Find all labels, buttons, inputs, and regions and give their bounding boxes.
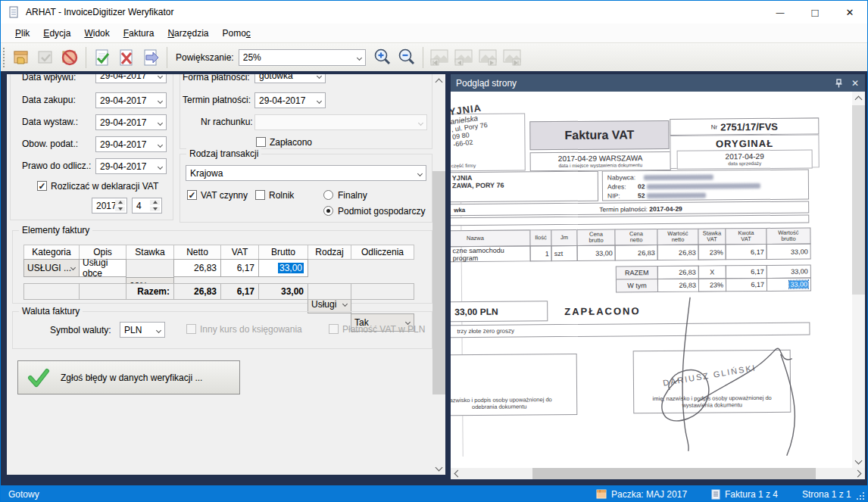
window-title: ARHAT - InvoiceDigitizer Weryfikator [26, 7, 173, 17]
invoice-scan[interactable]: YJNIA anielska , ul. Pory 76 09 80 -66-0… [451, 92, 852, 468]
item-vat-cell[interactable]: 6,17 [220, 259, 259, 277]
menu-narzedzia[interactable]: Narzędzia [161, 25, 215, 42]
podmiot-gospodarczy-radio[interactable] [323, 206, 333, 216]
scroll-up-button[interactable] [852, 92, 865, 104]
spin-up-icon[interactable] [115, 200, 125, 205]
item-brutto-cell[interactable]: 33,00 [258, 259, 308, 277]
menu-widok[interactable]: Widok [77, 25, 116, 42]
preview-hscrollbar[interactable] [451, 468, 865, 479]
scroll-right-button[interactable] [854, 468, 865, 479]
rolnik-checkbox[interactable] [255, 190, 265, 200]
reject-invoice-button[interactable] [114, 45, 139, 70]
toolbar-separator [167, 47, 167, 68]
toolbar-grip[interactable] [2, 47, 6, 68]
col-header-brutto[interactable]: Brutto [258, 245, 308, 260]
nr-rachunku-combo[interactable] [254, 114, 427, 130]
vat-czynny-checkbox[interactable]: ✓ [187, 190, 197, 200]
forward-invoice-button[interactable] [139, 45, 163, 70]
scan-wtym-vat: 6,17 [726, 278, 767, 292]
spin-down-icon[interactable] [115, 207, 125, 212]
data-wplywu-combo[interactable]: 29-04-2017 [95, 74, 167, 83]
symbol-waluty-combo[interactable]: PLN [120, 322, 165, 338]
chevron-down-icon [156, 328, 161, 333]
form-scrollbar[interactable] [432, 74, 445, 475]
zaplacono-checkbox[interactable] [256, 137, 266, 147]
empty-row-box [451, 214, 809, 226]
transaction-group-label: Rodzaj transakcji [186, 148, 261, 159]
chevron-down-icon [436, 463, 443, 471]
termin-platnosci-combo[interactable]: 29-04-2017 [254, 92, 326, 108]
preview-close-button[interactable]: ✕ [848, 76, 862, 89]
number-prefix: Nr [711, 123, 718, 130]
chevron-down-icon [158, 164, 163, 170]
vat-czynny-label: VAT czynny [201, 190, 248, 201]
scroll-up-button[interactable] [432, 74, 445, 87]
total-brutto-cell: 33,00 [258, 283, 308, 300]
seller-box: YJNIA ZAWA, PORY 76 [451, 171, 598, 203]
scroll-thumb[interactable] [532, 468, 816, 479]
rozliczac-vat-checkbox[interactable]: ✓ [37, 181, 47, 191]
pin-button[interactable] [832, 76, 845, 89]
open-package-button[interactable] [9, 45, 33, 70]
chevron-down-icon [342, 301, 348, 307]
preview-vscrollbar[interactable] [852, 92, 865, 468]
scroll-down-button[interactable] [432, 462, 445, 475]
year-spinner[interactable]: 2017 [92, 198, 127, 214]
data-wystaw-combo[interactable]: 29-04-2017 [95, 114, 167, 130]
menu-plik[interactable]: Plik [8, 25, 36, 42]
obow-podat-combo[interactable]: 29-04-2017 [95, 136, 167, 152]
data-zakupu-combo[interactable]: 29-04-2017 [95, 92, 167, 108]
scroll-thumb[interactable] [852, 105, 865, 295]
maximize-button[interactable]: □ [798, 1, 832, 23]
item-netto-cell[interactable]: 26,83 [173, 259, 221, 277]
total-empty-cell [79, 283, 126, 300]
reject-package-button[interactable] [58, 45, 82, 70]
finalny-radio[interactable] [323, 190, 333, 200]
col-header-rodzaj[interactable]: Rodzaj [308, 245, 351, 260]
forma-platnosci-combo[interactable]: gotówka [254, 74, 326, 83]
selected-value: 33,00 [278, 263, 304, 273]
item-kategoria-combo[interactable]: USŁUGI ... [23, 259, 80, 277]
col-header-vat[interactable]: VAT [220, 245, 259, 260]
item-opis-cell[interactable]: Usługi obce [79, 259, 126, 277]
resize-grip[interactable] [856, 491, 865, 500]
zoom-out-button[interactable] [395, 45, 419, 70]
menu-pomoc[interactable]: Pomoc [215, 25, 257, 42]
prawo-odlicz-label: Prawo do odlicz.: [22, 161, 91, 171]
month-spinner[interactable]: 4 [132, 198, 162, 214]
toolbar: Powiększanie: 25% [1, 42, 867, 71]
col-header-netto[interactable]: Netto [173, 245, 221, 260]
report-errors-button[interactable]: Zgłoś błędy w danych weryfikacji ... [17, 360, 240, 394]
verification-form-panel: Data wpływu: 29-04-2017 Data zakupu: 29-… [7, 74, 432, 475]
scan-wtym-label: W tym [616, 279, 658, 292]
zoom-in-button[interactable] [370, 45, 395, 70]
col-header-stawka[interactable]: Stawka [126, 245, 174, 260]
col-header-odliczenia[interactable]: Odliczenia [351, 245, 414, 260]
chevron-down-icon [357, 55, 362, 60]
chevron-up-icon [855, 96, 863, 104]
spin-up-icon[interactable] [150, 200, 160, 205]
check-icon: ✓ [188, 192, 195, 199]
menu-edycja[interactable]: Edycja [36, 25, 77, 42]
menu-faktura[interactable]: Faktura [117, 25, 161, 42]
minimize-button[interactable]: — [763, 1, 798, 23]
scan-item-price-net: 26,83 [615, 245, 658, 260]
col-header-kategoria[interactable]: Kategoria [23, 245, 80, 260]
zoom-combobox[interactable]: 25% [239, 49, 366, 66]
spin-down-icon[interactable] [150, 207, 160, 212]
close-icon: ✕ [846, 7, 854, 18]
scroll-thumb[interactable] [432, 171, 445, 394]
prawo-odlicz-combo[interactable]: 29-04-2017 [95, 158, 167, 174]
invoice-number-box: Nr 2751/17/FVS [670, 117, 819, 136]
scroll-left-button[interactable] [451, 468, 462, 479]
package-icon [596, 489, 607, 499]
transaction-type-combo[interactable]: Krajowa [186, 165, 426, 181]
accept-invoice-button[interactable] [90, 45, 114, 70]
next-page-button-disabled [476, 45, 500, 70]
close-button[interactable]: ✕ [832, 1, 867, 23]
main-area: Data wpływu: 29-04-2017 Data zakupu: 29-… [1, 71, 868, 485]
original-label: ORYGINAŁ [670, 137, 819, 150]
scroll-down-button[interactable] [852, 455, 865, 468]
amount-words: trzy złote zero groszy [457, 328, 514, 335]
sale-date-box: 2017-04-29 data sprzedaży [677, 149, 813, 169]
